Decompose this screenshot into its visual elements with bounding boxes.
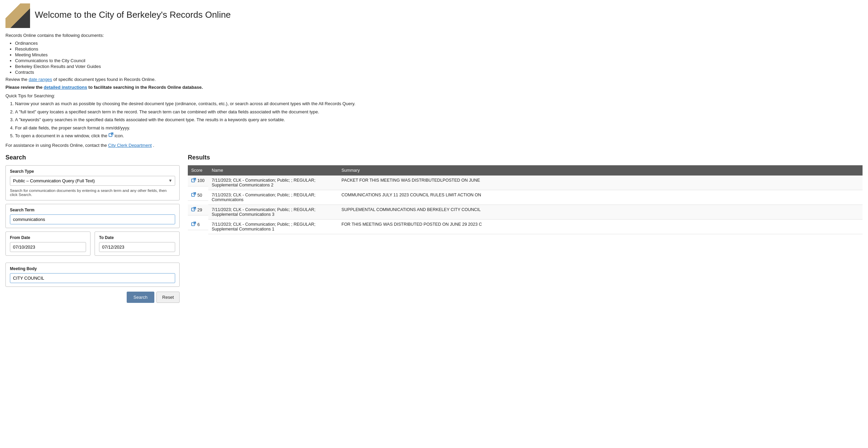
open-document-icon[interactable] [191, 222, 196, 227]
list-item: Ordinances [15, 41, 863, 46]
date-ranges-link[interactable]: date ranges [29, 77, 52, 82]
score-value: 50 [197, 193, 202, 198]
record-name: 7/11/2023; CLK - Communication; Public; … [208, 205, 338, 219]
document-types-list: Ordinances Resolutions Meeting Minutes C… [15, 41, 863, 75]
list-item: Meeting Minutes [15, 52, 863, 57]
page-header: Welcome to the City of Berkeley's Record… [5, 3, 863, 28]
city-logo [5, 3, 30, 28]
tip-item: To open a document in a new window, clic… [15, 132, 863, 139]
table-header-row: Score Name Summary [188, 165, 863, 176]
search-type-wrapper: Public – Communication Query (Full Text)… [10, 176, 175, 186]
search-type-select[interactable]: Public – Communication Query (Full Text)… [10, 176, 175, 186]
table-row: 1007/11/2023; CLK - Communication; Publi… [188, 176, 863, 190]
score-value: 100 [197, 178, 205, 183]
results-table: Score Name Summary 1007/11/2023; CLK - C… [188, 165, 863, 234]
meeting-body-group: Meeting Body [5, 263, 180, 287]
meeting-body-input[interactable] [10, 273, 175, 283]
list-item: Berkeley Election Results and Voter Guid… [15, 64, 863, 69]
open-document-icon[interactable] [191, 192, 196, 198]
record-summary: SUPPLEMENTAL COMMUNICATIONS AND BERKELEY… [338, 205, 863, 219]
results-heading: Results [188, 154, 863, 161]
intro-description: Records Online contains the following do… [5, 33, 863, 38]
instructions-line: Please review the detailed instructions … [5, 85, 863, 90]
table-row: 67/11/2023; CLK - Communication; Public;… [188, 219, 863, 234]
score-value: 29 [197, 208, 202, 212]
date-ranges-line: Review the date ranges of specific docum… [5, 77, 863, 82]
tip-item: For all date fields, the proper search f… [15, 125, 863, 131]
tip-item: A "full text" query locates a specified … [15, 109, 863, 115]
to-date-field: To Date [95, 232, 180, 259]
date-row: From Date To Date [5, 232, 180, 259]
from-date-field: From Date [5, 232, 90, 259]
reset-button[interactable]: Reset [156, 292, 180, 303]
tip-item: A "keywords" query searches in the speci… [15, 116, 863, 123]
search-heading: Search [5, 154, 180, 161]
page-title: Welcome to the City of Berkeley's Record… [35, 3, 231, 20]
table-row: 297/11/2023; CLK - Communication; Public… [188, 205, 863, 219]
open-document-icon[interactable] [191, 207, 196, 213]
main-layout: Search Search Type Public – Communicatio… [5, 154, 863, 303]
record-name: 7/11/2023; CLK - Communication; Public; … [208, 219, 338, 234]
to-date-label: To Date [99, 235, 175, 240]
to-date-input[interactable] [99, 242, 175, 252]
detailed-instructions-link[interactable]: detailed instructions [44, 85, 87, 90]
tip-item: Narrow your search as much as possible b… [15, 100, 863, 107]
button-row: Search Reset [5, 292, 180, 303]
list-item: Contracts [15, 70, 863, 75]
intro-section: Records Online contains the following do… [5, 33, 863, 148]
search-type-label: Search Type [10, 169, 175, 174]
record-summary: COMMUNICATIONS JULY 11 2023 COUNCIL RULE… [338, 190, 863, 205]
contact-line: For assistance in using Records Online, … [5, 143, 863, 148]
list-item: Resolutions [15, 46, 863, 52]
tips-heading: Quick Tips for Searching: [5, 93, 863, 98]
open-document-icon[interactable] [191, 178, 196, 184]
city-clerk-link[interactable]: City Clerk Department [108, 143, 152, 148]
meeting-body-label: Meeting Body [10, 266, 175, 271]
search-type-group: Search Type Public – Communication Query… [5, 165, 180, 200]
col-score: Score [188, 165, 208, 176]
list-item: Communications to the City Council [15, 58, 863, 63]
from-date-label: From Date [10, 235, 86, 240]
col-summary: Summary [338, 165, 863, 176]
col-name: Name [208, 165, 338, 176]
search-panel: Search Search Type Public – Communicatio… [5, 154, 180, 303]
search-button[interactable]: Search [127, 292, 154, 303]
record-name: 7/11/2023; CLK - Communication; Public; … [208, 190, 338, 205]
search-term-label: Search Term [10, 208, 175, 212]
score-value: 6 [197, 222, 200, 227]
record-summary: PACKET FOR THIS MEETING WAS DISTRIBUTEDL… [338, 176, 863, 190]
tips-list: Narrow your search as much as possible b… [15, 100, 863, 139]
search-term-input[interactable] [10, 214, 175, 224]
record-summary: FOR THIS MEETING WAS DISTRIBUTED POSTED … [338, 219, 863, 234]
search-hint: Search for communication documents by en… [10, 188, 175, 197]
new-window-icon [109, 133, 115, 138]
results-panel: Results Score Name Summary 1007/11/2023;… [188, 154, 863, 234]
from-date-input[interactable] [10, 242, 86, 252]
table-row: 507/11/2023; CLK - Communication; Public… [188, 190, 863, 205]
record-name: 7/11/2023; CLK - Communication; Public; … [208, 176, 338, 190]
search-term-group: Search Term [5, 204, 180, 228]
